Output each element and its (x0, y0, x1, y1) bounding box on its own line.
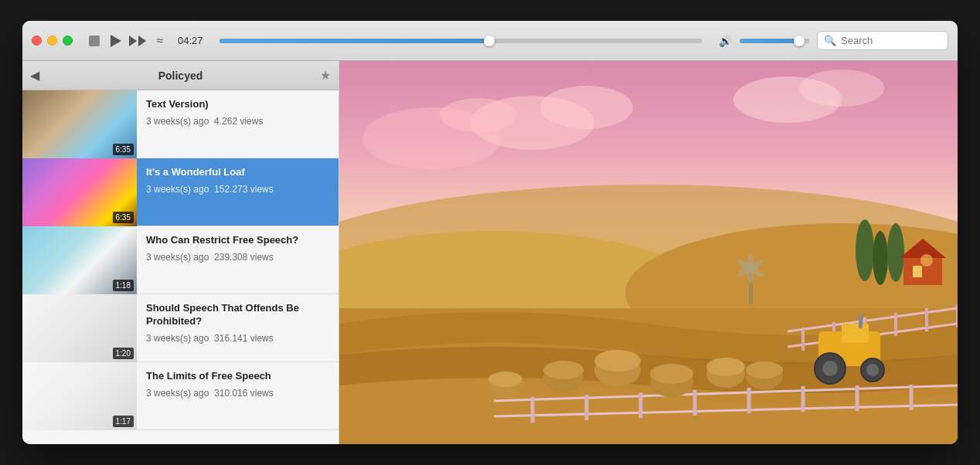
svg-point-32 (650, 364, 693, 384)
svg-point-44 (822, 361, 838, 376)
item-title: Text Version) (146, 98, 329, 111)
thumbnail: 6:35 (22, 90, 137, 158)
svg-point-2 (540, 86, 633, 129)
item-meta: 3 weeks(s) ago 310.016 views (146, 388, 329, 399)
sidebar-title: Policyed (158, 70, 203, 82)
item-title: It's a Wonderful Loaf (146, 166, 329, 179)
duration-badge: 1:18 (113, 280, 134, 291)
item-info: Text Version) 3 weeks(s) ago 4.262 views (137, 90, 339, 158)
svg-point-5 (799, 70, 884, 107)
search-input[interactable] (841, 35, 941, 46)
list-item[interactable]: 1:20 Should Speech That Offends Be Prohi… (22, 294, 339, 362)
svg-rect-47 (859, 314, 863, 328)
svg-point-34 (706, 358, 745, 376)
video-frame (339, 61, 958, 444)
item-meta: 3 weeks(s) ago 239.308 views (146, 252, 329, 263)
svg-point-54 (920, 254, 933, 266)
volume-bar[interactable] (740, 39, 809, 43)
svg-point-58 (747, 253, 754, 283)
stop-button[interactable] (87, 33, 102, 49)
duration-badge: 1:20 (113, 348, 134, 359)
maximize-button[interactable] (63, 36, 73, 46)
item-title: Should Speech That Offends Be Prohibited… (146, 302, 329, 328)
item-meta: 3 weeks(s) ago 4.262 views (146, 116, 329, 127)
svg-rect-53 (913, 266, 922, 277)
minimize-button[interactable] (47, 36, 57, 46)
search-bar[interactable]: 🔍 (817, 31, 948, 50)
list-item[interactable]: 6:35 It's a Wonderful Loaf 3 weeks(s) ag… (22, 158, 339, 226)
item-title: The Limits of Free Speech (146, 370, 329, 383)
app-window: ≈ 04:27 🔊 🔍 ◀ Policyed ★ (22, 21, 958, 444)
list-item[interactable]: 6:35 Text Version) 3 weeks(s) ago 4.262 … (22, 90, 339, 158)
svg-point-48 (856, 219, 874, 281)
playlist: 6:35 Text Version) 3 weeks(s) ago 4.262 … (22, 90, 339, 444)
thumbnail: 1:20 (22, 294, 137, 362)
duration-badge: 6:35 (113, 144, 134, 155)
duration-badge: 6:35 (113, 212, 134, 223)
favorite-button[interactable]: ★ (320, 68, 331, 83)
thumbnail: 1:18 (22, 226, 137, 294)
duration-badge: 1:17 (113, 416, 134, 427)
svg-point-30 (594, 350, 641, 372)
item-title: Who Can Restrict Free Speech? (146, 234, 329, 247)
fast-forward-button[interactable] (130, 33, 145, 49)
item-info: Who Can Restrict Free Speech? 3 weeks(s)… (137, 226, 339, 294)
svg-point-49 (873, 231, 888, 285)
thumbnail: 6:35 (22, 158, 137, 226)
playback-controls: ≈ (87, 33, 167, 49)
time-display: 04:27 (178, 35, 206, 46)
svg-rect-42 (842, 324, 869, 343)
list-item[interactable]: 1:17 The Limits of Free Speech 3 weeks(s… (22, 362, 339, 430)
search-icon: 🔍 (824, 35, 836, 46)
item-info: It's a Wonderful Loaf 3 weeks(s) ago 152… (137, 158, 339, 226)
svg-point-46 (866, 364, 879, 376)
video-player[interactable] (339, 61, 958, 444)
traffic-lights (32, 36, 73, 46)
item-info: The Limits of Free Speech 3 weeks(s) ago… (137, 362, 339, 429)
titlebar: ≈ 04:27 🔊 🔍 (22, 21, 958, 61)
thumbnail: 1:17 (22, 362, 137, 430)
play-button[interactable] (108, 33, 124, 49)
back-button[interactable]: ◀ (30, 68, 39, 83)
close-button[interactable] (32, 36, 42, 46)
volume-icon: 🔊 (719, 35, 732, 47)
sidebar-header: ◀ Policyed ★ (22, 61, 339, 90)
svg-point-40 (746, 361, 783, 378)
sidebar: ◀ Policyed ★ 6:35 Text Version) 3 weeks(… (22, 61, 339, 444)
svg-point-6 (362, 107, 502, 169)
item-info: Should Speech That Offends Be Prohibited… (137, 294, 339, 361)
svg-point-50 (887, 223, 904, 282)
item-meta: 3 weeks(s) ago 316.141 views (146, 333, 329, 344)
svg-point-38 (488, 372, 522, 387)
main-content: ◀ Policyed ★ 6:35 Text Version) 3 weeks(… (22, 61, 958, 444)
svg-point-36 (543, 361, 584, 379)
progress-bar[interactable] (219, 39, 702, 43)
video-scene-svg (339, 61, 958, 444)
list-item[interactable]: 1:18 Who Can Restrict Free Speech? 3 wee… (22, 226, 339, 294)
item-meta: 3 weeks(s) ago 152.273 views (146, 184, 329, 195)
shuffle-button[interactable]: ≈ (151, 33, 167, 49)
